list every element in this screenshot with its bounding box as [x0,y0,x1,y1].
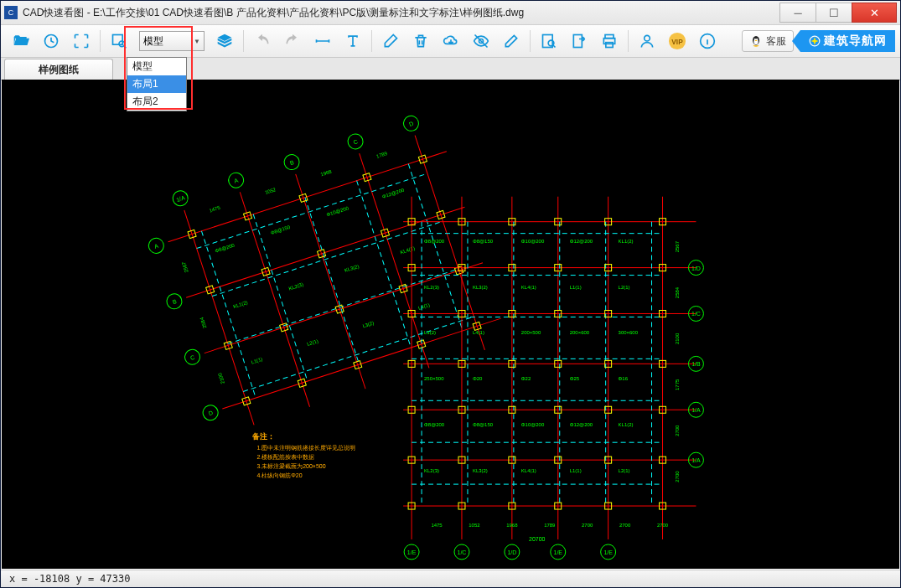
svg-text:2700: 2700 [675,425,680,436]
svg-text:A: A [234,178,240,184]
svg-point-19 [755,40,758,41]
svg-text:2.楼板配筋按表中数据: 2.楼板配筋按表中数据 [256,454,314,461]
svg-text:L3(2): L3(2) [424,330,436,335]
svg-text:KL1(2): KL1(2) [619,422,634,427]
svg-text:Φ25: Φ25 [570,376,580,381]
undo-icon[interactable] [251,29,274,53]
model-layout-combo[interactable]: 模型 ▼ [139,31,205,51]
svg-text:Φ16: Φ16 [619,376,629,381]
svg-text:1/A: 1/A [691,457,701,463]
svg-text:Φ22: Φ22 [521,376,531,381]
svg-text:Φ12@200: Φ12@200 [570,239,593,244]
svg-line-28 [205,263,483,353]
svg-line-26 [168,152,447,242]
svg-text:2700: 2700 [657,523,669,528]
chevron-down-icon: ▼ [194,38,200,45]
vip-icon[interactable]: VIP [665,29,689,53]
svg-text:1/A: 1/A [691,407,701,413]
svg-text:KL2(3): KL2(3) [424,468,439,473]
close-button[interactable]: ✕ [852,3,897,23]
recent-icon[interactable] [39,29,63,53]
dropdown-item-model[interactable]: 模型 [127,58,186,75]
model-layout-dropdown[interactable]: 模型 布局1 布局2 [127,57,187,111]
svg-text:1/B: 1/B [691,361,701,367]
tab-sample-drawing[interactable]: 样例图纸 [4,59,113,80]
nav-site-button[interactable]: 建筑导航网 [800,30,895,52]
svg-text:3.未标注梁截面为200×500: 3.未标注梁截面为200×500 [256,463,325,469]
svg-text:1052: 1052 [469,523,480,528]
svg-text:1968: 1968 [506,523,518,528]
svg-rect-7 [573,35,582,48]
svg-text:Φ10@200: Φ10@200 [326,205,350,217]
svg-text:L1(1): L1(1) [570,468,582,473]
svg-text:200×500: 200×500 [521,330,541,335]
svg-line-24 [360,153,429,368]
zoom-window-icon[interactable] [107,29,131,53]
redo-icon[interactable] [281,29,304,53]
svg-text:C: C [189,354,195,361]
file-path: E:\工作交接\01 CAD快速看图\B 产品化资料\产品化资料\PC版\测量标… [93,7,524,18]
find-text-icon[interactable] [537,29,561,53]
svg-text:1/E: 1/E [407,549,417,555]
dropdown-item-layout1[interactable]: 布局1 [127,75,186,93]
zoom-extents-icon[interactable] [70,29,93,53]
print-icon[interactable] [598,29,621,53]
separator [100,30,101,52]
qq-icon [749,34,763,48]
text-icon[interactable] [341,29,365,53]
svg-text:4.柱纵向钢筋Φ20: 4.柱纵向钢筋Φ20 [256,472,302,478]
delete-icon[interactable] [409,29,432,53]
svg-line-22 [240,192,309,406]
drawing-canvas[interactable]: 1/AABCDABCDΦ8@200Φ8@150Φ10@200Φ12@200KL1… [2,80,899,569]
measure-icon[interactable] [311,29,334,53]
svg-text:D: D [408,121,414,127]
cursor-coordinates: x = -18108 y = 47330 [9,573,131,585]
svg-text:KL2(3): KL2(3) [424,285,439,290]
titlebar: C CAD快速看图 - E:\工作交接\01 CAD快速看图\B 产品化资料\产… [1,1,900,25]
svg-line-30 [197,173,427,248]
svg-text:2700: 2700 [675,471,680,482]
svg-text:1/C: 1/C [691,311,701,317]
layers-icon[interactable] [213,29,236,53]
svg-line-34 [201,231,256,398]
info-icon[interactable] [696,29,719,53]
svg-text:1775: 1775 [675,379,680,390]
svg-text:备注：: 备注： [251,432,275,441]
open-icon[interactable] [9,29,33,53]
svg-text:300×600: 300×600 [619,330,639,335]
combo-value: 模型 [143,34,163,49]
svg-text:L2(1): L2(1) [619,285,630,290]
dropdown-item-layout2[interactable]: 布局2 [127,93,186,111]
customer-service-button[interactable]: 客服 [742,30,794,52]
svg-text:2700: 2700 [619,523,631,528]
svg-text:1/C: 1/C [458,549,467,555]
window-title: CAD快速看图 - E:\工作交接\01 CAD快速看图\B 产品化资料\产品化… [23,6,780,20]
user-icon[interactable] [635,29,659,53]
export-icon[interactable] [567,29,591,53]
svg-text:2700: 2700 [582,523,593,528]
svg-text:1052: 1052 [264,187,277,195]
svg-rect-1 [113,35,123,45]
svg-text:1475: 1475 [209,205,221,214]
svg-text:1/E: 1/E [554,549,563,555]
erase-icon[interactable] [379,29,402,53]
svg-text:1/A: 1/A [175,194,185,203]
compass-icon [809,35,821,47]
svg-text:20700: 20700 [529,536,546,542]
svg-text:KL3(2): KL3(2) [344,264,360,273]
svg-text:250×500: 250×500 [424,376,444,381]
svg-text:1/D: 1/D [507,549,516,555]
app-name: CAD快速看图 [23,7,84,18]
nav-label: 建筑导航网 [824,34,887,49]
separator [371,30,372,52]
svg-text:Φ20: Φ20 [473,376,483,381]
minimize-button[interactable]: ─ [779,3,816,23]
svg-text:L4(1): L4(1) [473,330,484,335]
hide-icon[interactable] [469,29,493,53]
edit-icon[interactable] [500,29,523,53]
cloud-download-icon[interactable] [439,29,463,53]
svg-text:2567: 2567 [675,240,680,252]
maximize-button[interactable]: ☐ [816,3,852,23]
svg-text:Φ10@200: Φ10@200 [521,422,545,427]
svg-text:VIP: VIP [671,39,683,46]
